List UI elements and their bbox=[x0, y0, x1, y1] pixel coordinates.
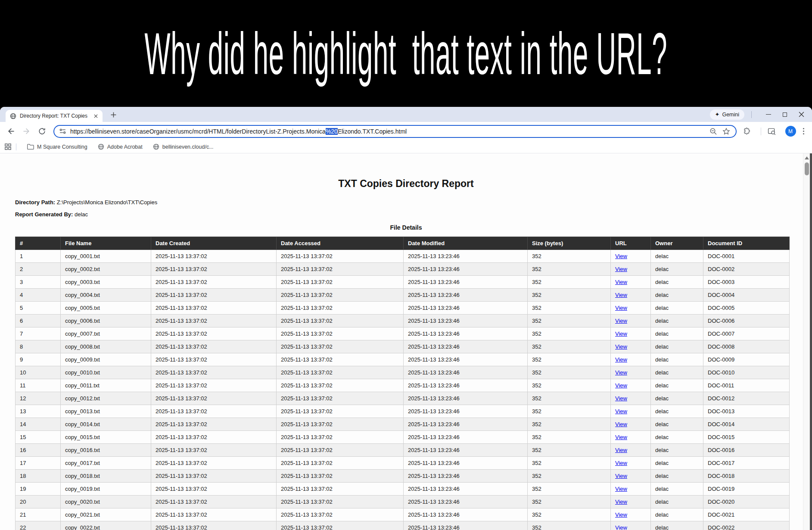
scrollbar-up-arrow-icon[interactable] bbox=[805, 156, 809, 159]
window-close-button[interactable] bbox=[795, 108, 808, 121]
cell-owner: delac bbox=[651, 276, 703, 289]
forward-button[interactable] bbox=[20, 125, 33, 138]
cell-num: 14 bbox=[16, 418, 61, 431]
table-row: 21copy_0021.txt2025-11-13 13:37:022025-1… bbox=[16, 508, 790, 521]
cell-num: 6 bbox=[16, 315, 61, 327]
cell-date-modified: 2025-11-13 13:23:46 bbox=[404, 315, 528, 327]
cell-file-name: copy_0005.txt bbox=[61, 302, 151, 315]
bookmarks-divider bbox=[16, 143, 16, 150]
cell-num: 5 bbox=[16, 302, 61, 315]
page-search-icon bbox=[767, 127, 776, 136]
cell-url: View bbox=[611, 457, 651, 470]
side-panel-search-button[interactable] bbox=[765, 125, 778, 138]
view-link[interactable]: View bbox=[615, 473, 627, 479]
tab-close-icon[interactable] bbox=[92, 112, 99, 119]
back-button[interactable] bbox=[4, 125, 17, 138]
bookmark-star-icon[interactable] bbox=[722, 128, 730, 135]
view-link[interactable]: View bbox=[615, 356, 627, 363]
view-link[interactable]: View bbox=[615, 447, 627, 453]
new-tab-button[interactable] bbox=[109, 110, 118, 119]
view-link[interactable]: View bbox=[615, 292, 627, 298]
view-link[interactable]: View bbox=[615, 486, 627, 492]
view-link[interactable]: View bbox=[615, 343, 627, 350]
view-link[interactable]: View bbox=[615, 266, 627, 272]
cell-date-created: 2025-11-13 13:37:02 bbox=[151, 508, 277, 521]
browser-menu-button[interactable] bbox=[800, 125, 807, 137]
cell-file-name: copy_0004.txt bbox=[61, 289, 151, 302]
bookmark-adobe-acrobat[interactable]: Adobe Acrobat bbox=[93, 142, 148, 152]
cell-num: 20 bbox=[16, 496, 61, 508]
cell-date-created: 2025-11-13 13:37:02 bbox=[151, 353, 277, 366]
table-row: 4copy_0004.txt2025-11-13 13:37:022025-11… bbox=[16, 289, 790, 302]
extensions-button[interactable] bbox=[741, 125, 754, 138]
profile-avatar[interactable]: M bbox=[785, 126, 796, 137]
cell-size: 352 bbox=[528, 340, 611, 353]
gemini-sparkle-icon: ✦ bbox=[715, 112, 720, 117]
cell-url: View bbox=[611, 418, 651, 431]
window-minimize-button[interactable] bbox=[762, 108, 775, 121]
cell-num: 10 bbox=[16, 366, 61, 379]
view-link[interactable]: View bbox=[615, 395, 627, 402]
toolbar-divider bbox=[761, 128, 761, 135]
cell-num: 18 bbox=[16, 470, 61, 483]
meme-banner: Why did he highlight that text in the UR… bbox=[0, 0, 812, 107]
view-link[interactable]: View bbox=[615, 434, 627, 440]
view-link[interactable]: View bbox=[615, 253, 627, 259]
cell-size: 352 bbox=[528, 457, 611, 470]
window-maximize-button[interactable] bbox=[778, 108, 791, 121]
cell-owner: delac bbox=[651, 340, 703, 353]
url-text[interactable]: https://belliniseven.store/caseOrganizer… bbox=[70, 128, 709, 135]
cell-file-name: copy_0017.txt bbox=[61, 457, 151, 470]
vertical-scrollbar[interactable] bbox=[803, 153, 810, 530]
apps-grid-icon[interactable] bbox=[4, 143, 12, 150]
column-header: Size (bytes) bbox=[528, 237, 611, 250]
cell-num: 16 bbox=[16, 444, 61, 457]
table-row: 5copy_0005.txt2025-11-13 13:37:022025-11… bbox=[16, 302, 790, 315]
view-link[interactable]: View bbox=[615, 279, 627, 285]
directory-path-value: Z:\Projects\Monica Elizondo\TXT\Copies bbox=[57, 199, 157, 206]
url-suffix: Elizondo.TXT.Copies.html bbox=[338, 128, 407, 135]
bookmark-folder-m-square[interactable]: M Square Consulting bbox=[22, 142, 93, 152]
reload-button[interactable] bbox=[35, 125, 48, 138]
cell-owner: delac bbox=[651, 431, 703, 444]
view-link[interactable]: View bbox=[615, 499, 627, 505]
site-settings-icon[interactable] bbox=[59, 128, 66, 135]
cell-owner: delac bbox=[651, 289, 703, 302]
cell-date-modified: 2025-11-13 13:23:46 bbox=[404, 340, 528, 353]
zoom-out-icon[interactable] bbox=[709, 128, 717, 135]
scrollbar-thumb[interactable] bbox=[805, 162, 809, 175]
cell-num: 21 bbox=[16, 508, 61, 521]
globe-favicon-icon bbox=[10, 113, 16, 119]
view-link[interactable]: View bbox=[615, 318, 627, 324]
view-link[interactable]: View bbox=[615, 369, 627, 376]
view-link[interactable]: View bbox=[615, 305, 627, 311]
puzzle-icon bbox=[743, 127, 751, 135]
bookmark-belliniseven-cloud[interactable]: belliniseven.cloud/c... bbox=[148, 142, 219, 152]
view-link[interactable]: View bbox=[615, 330, 627, 337]
cell-document-id: DOC-0017 bbox=[703, 457, 790, 470]
gemini-button[interactable]: ✦ Gemini bbox=[710, 109, 745, 120]
url-address-bar[interactable]: https://belliniseven.store/caseOrganizer… bbox=[53, 125, 737, 138]
cell-url: View bbox=[611, 470, 651, 483]
cell-file-name: copy_0012.txt bbox=[61, 392, 151, 405]
cell-date-modified: 2025-11-13 13:23:46 bbox=[404, 444, 528, 457]
cell-date-accessed: 2025-11-13 13:37:02 bbox=[277, 418, 404, 431]
view-link[interactable]: View bbox=[615, 524, 627, 530]
view-link[interactable]: View bbox=[615, 460, 627, 466]
cell-url: View bbox=[611, 444, 651, 457]
cell-size: 352 bbox=[528, 276, 611, 289]
cell-date-modified: 2025-11-13 13:23:46 bbox=[404, 353, 528, 366]
tab-directory-report[interactable]: Directory Report: TXT Copies bbox=[6, 110, 103, 122]
close-icon bbox=[799, 112, 804, 117]
url-prefix: https://belliniseven.store/caseOrganizer… bbox=[70, 128, 326, 135]
view-link[interactable]: View bbox=[615, 382, 627, 389]
view-link[interactable]: View bbox=[615, 511, 627, 518]
cell-date-created: 2025-11-13 13:37:02 bbox=[151, 418, 277, 431]
table-row: 15copy_0015.txt2025-11-13 13:37:022025-1… bbox=[16, 431, 790, 444]
cell-date-created: 2025-11-13 13:37:02 bbox=[151, 327, 277, 340]
cell-url: View bbox=[611, 379, 651, 392]
cell-owner: delac bbox=[651, 302, 703, 315]
cell-document-id: DOC-0015 bbox=[703, 431, 790, 444]
view-link[interactable]: View bbox=[615, 408, 627, 415]
view-link[interactable]: View bbox=[615, 421, 627, 427]
